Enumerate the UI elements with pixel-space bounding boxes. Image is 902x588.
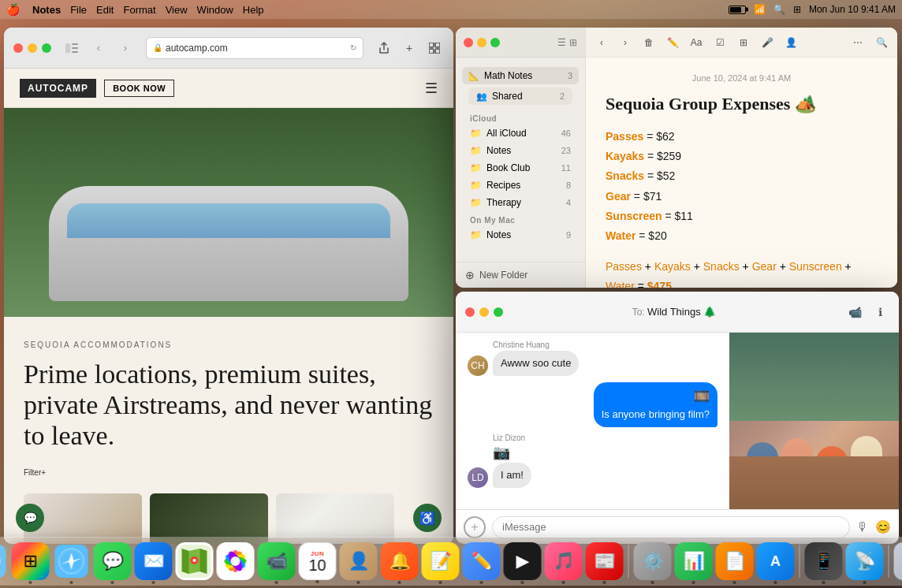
autocamp-card-3[interactable] xyxy=(276,493,394,544)
sidebar-toggle-icon[interactable] xyxy=(62,39,81,58)
notes-nav-forward-button[interactable]: › xyxy=(616,33,635,52)
browser-forward-button[interactable]: › xyxy=(114,39,136,58)
menubar-datetime: Mon Jun 10 9:41 AM xyxy=(809,4,896,15)
apple-menu[interactable]: 🍎 xyxy=(6,3,20,16)
notes-list-view-icon[interactable]: ☰ xyxy=(557,37,566,48)
dock-photos[interactable] xyxy=(217,542,255,580)
dock-messages[interactable]: 💬 xyxy=(94,542,132,580)
notes-compose-button[interactable]: ✏️ xyxy=(663,33,682,52)
dock-trash[interactable]: 🗑️ xyxy=(894,542,903,580)
menubar-help[interactable]: Help xyxy=(243,4,264,16)
notes-nav-back-button[interactable]: ‹ xyxy=(592,33,611,52)
notes-search-button[interactable]: 🔍 xyxy=(872,33,891,52)
menubar-format[interactable]: Format xyxy=(123,4,155,16)
address-bar[interactable]: 🔒 autocamp.com ↻ xyxy=(146,37,363,59)
notes-folder-recipes[interactable]: 📁 Recipes 8 xyxy=(456,177,585,194)
messages-facetime-icon[interactable]: 📹 xyxy=(845,303,864,322)
messages-recipient-label: To: Wild Things 🌲 xyxy=(509,306,839,318)
new-tab-icon[interactable]: + xyxy=(400,39,419,58)
notes-grid-view-icon[interactable]: ⊞ xyxy=(569,37,577,48)
notes-delete-button[interactable]: 🗑 xyxy=(639,33,658,52)
menubar-view[interactable]: View xyxy=(166,4,188,16)
message-christine-wrapper: Christine Huang CH Awww soo cute xyxy=(468,341,718,376)
notes-folder-bookclub[interactable]: 📁 Book Club 11 xyxy=(456,159,585,177)
notes-contacts-button[interactable]: 👤 xyxy=(781,33,800,52)
tab-overview-icon[interactable] xyxy=(425,39,444,58)
menubar-window[interactable]: Window xyxy=(197,4,233,16)
search-icon[interactable]: 🔍 xyxy=(773,4,785,15)
notes-note-title[interactable]: Sequoia Group Expenses 🏕️ xyxy=(606,94,878,114)
notes-math-notes-item[interactable]: 📐 Math Notes 3 xyxy=(462,67,579,84)
messages-emoji-icon[interactable]: 😊 xyxy=(875,519,891,534)
chat-button[interactable]: 💬 xyxy=(16,504,44,532)
notes-text-format-button[interactable]: Aa xyxy=(687,33,706,52)
dock-reminders[interactable]: 🔔 xyxy=(381,542,419,580)
messages-add-button[interactable]: + xyxy=(464,516,486,538)
menubar-edit[interactable]: Edit xyxy=(96,4,114,16)
menubar-file[interactable]: File xyxy=(70,4,87,16)
accessibility-button[interactable]: ♿ xyxy=(413,504,442,532)
autocamp-filter[interactable]: Filter+ xyxy=(24,467,434,478)
svg-point-22 xyxy=(193,559,196,562)
notes-minimize-button[interactable] xyxy=(477,38,486,47)
notes-sidebar-header: ☰ ⊞ xyxy=(456,28,585,58)
reload-icon[interactable]: ↻ xyxy=(350,43,356,52)
browser-close-button[interactable] xyxy=(13,43,23,53)
notes-folder-mac-notes[interactable]: 📁 Notes 9 xyxy=(456,226,585,244)
dock-contacts[interactable]: 👤 xyxy=(340,542,378,580)
new-folder-button[interactable]: ⊕ New Folder xyxy=(456,262,585,288)
autocamp-card-2[interactable] xyxy=(150,493,268,544)
browser-fullscreen-button[interactable] xyxy=(42,43,51,53)
dock-freeform[interactable]: ✏️ xyxy=(463,542,501,580)
book-now-button[interactable]: BOOK NOW xyxy=(104,80,174,97)
autocamp-eyebrow: SEQUOIA ACCOMMODATIONS xyxy=(24,341,434,349)
dock-airdrop[interactable]: 📡 xyxy=(846,542,884,580)
dock-music[interactable]: 🎵 xyxy=(545,542,583,580)
dock-finder[interactable] xyxy=(0,542,9,580)
notes-sidebar: ☰ ⊞ 📐 Math Notes 3 👥 Shared 2 iClo xyxy=(456,28,586,288)
notes-fullscreen-button[interactable] xyxy=(490,38,500,47)
dock-maps[interactable] xyxy=(176,542,214,580)
dock-notes[interactable]: 📝 xyxy=(422,542,460,580)
notes-folder-therapy[interactable]: 📁 Therapy 4 xyxy=(456,194,585,211)
notes-shared-item[interactable]: 👥 Shared 2 xyxy=(468,87,572,105)
notes-audio-button[interactable]: 🎤 xyxy=(758,33,777,52)
notes-more-options-button[interactable]: ⋯ xyxy=(848,33,867,52)
notes-checklist-button[interactable]: ☑ xyxy=(710,33,729,52)
messages-audio-icon[interactable]: 🎙 xyxy=(856,520,869,534)
svg-rect-7 xyxy=(435,49,440,54)
notes-folder-allicloud[interactable]: 📁 All iCloud 46 xyxy=(456,125,585,142)
dock-facetime[interactable]: 📹 xyxy=(258,542,296,580)
browser-back-button[interactable]: ‹ xyxy=(88,39,110,58)
calendar-day: 10 xyxy=(308,557,326,573)
dock-pages[interactable]: 📄 xyxy=(716,542,754,580)
messages-minimize-button[interactable] xyxy=(479,307,489,317)
browser-traffic-lights xyxy=(13,43,51,53)
dock-calendar[interactable]: JUN 10 xyxy=(299,542,337,580)
notes-folder-notes[interactable]: 📁 Notes 23 xyxy=(456,142,585,159)
notes-table-button[interactable]: ⊞ xyxy=(734,33,753,52)
dock-numbers[interactable]: 📊 xyxy=(675,542,713,580)
notes-close-button[interactable] xyxy=(464,38,473,47)
messages-input-field[interactable] xyxy=(492,516,850,538)
messages-info-icon[interactable]: ℹ xyxy=(870,303,889,322)
dock-launchpad[interactable]: ⊞ xyxy=(12,542,50,580)
dock-system-preferences[interactable]: ⚙️ xyxy=(634,542,672,580)
browser-minimize-button[interactable] xyxy=(28,43,37,53)
messages-close-button[interactable] xyxy=(465,307,475,317)
share-icon[interactable] xyxy=(375,39,393,58)
control-center-icon[interactable]: ⊞ xyxy=(793,4,801,15)
lock-icon: 🔒 xyxy=(153,43,162,52)
dock-app-store[interactable]: A xyxy=(757,542,795,580)
dock-safari[interactable] xyxy=(53,542,91,580)
autocamp-logo-box[interactable]: AUTOCAMP xyxy=(20,79,96,98)
messages-fullscreen-button[interactable] xyxy=(494,307,503,317)
dock-appletv[interactable]: ▶ xyxy=(504,542,542,580)
messages-image-area xyxy=(729,333,899,509)
dock-mail[interactable]: ✉️ xyxy=(135,542,173,580)
hamburger-menu-icon[interactable]: ☰ xyxy=(425,80,438,97)
svg-rect-6 xyxy=(429,49,434,54)
dock-news[interactable]: 📰 xyxy=(586,542,624,580)
menubar-app-name[interactable]: Notes xyxy=(32,4,61,16)
dock-iphone[interactable]: 📱 xyxy=(805,542,843,580)
